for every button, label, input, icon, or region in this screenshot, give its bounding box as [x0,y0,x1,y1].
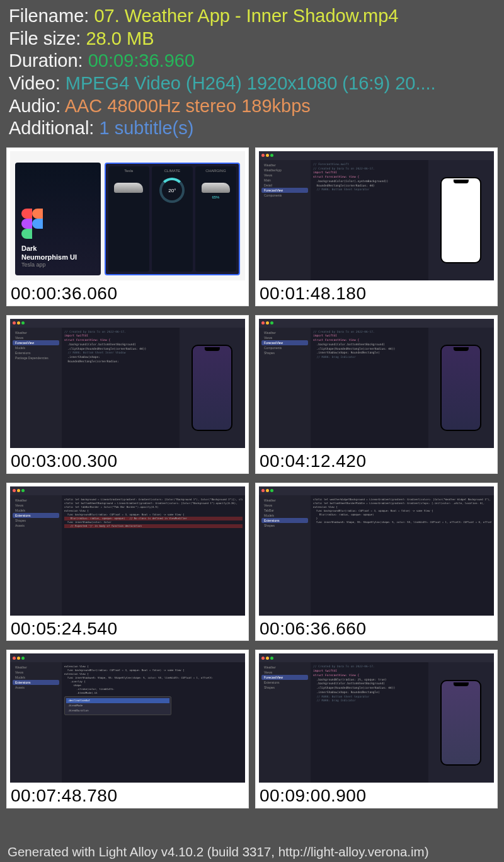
code-line: .innerShadow(shape: RoundedRectangle( [313,351,426,355]
maximize-icon [21,657,25,660]
xcode-toolbar [10,486,245,495]
thumbnail-xcode: Weather Views ForecastView Models Extens… [10,319,245,448]
sidebar-item: WeatherApp [261,168,308,173]
xcode-toolbar [259,319,494,328]
xcode-navigator: Weather Views Models Extensions Assets [10,662,62,783]
code-import: import SwiftUI [313,669,337,672]
thumbnail-timestamp: 00:04:12.420 [256,451,497,473]
sidebar-item: Weather [13,498,59,503]
sidebar-item: Views [261,335,308,340]
sidebar-item-selected: ForecastView [261,340,308,345]
xcode-navigator: Weather Views ForecastView Extensions Sh… [259,662,311,783]
thumbnail-cell: Dark Neumorphism UI Tesla app Tesla CLIM… [6,147,249,306]
minimize-icon [17,321,20,325]
code-line: .blendMode(.bl [64,691,243,695]
maximize-icon [270,489,273,492]
xcode-toolbar [259,486,494,495]
charging-label: CHARGING [198,169,234,173]
xcode-toolbar [259,653,494,662]
xcode-toolbar [259,151,494,160]
thumbnail-xcode: Weather Views ForecastView Components Sh… [259,319,494,448]
xcode-editor: // ForecastView.swift // Created by Dara… [311,160,428,280]
thumbnail-frame: Weather Views ForecastView Components Sh… [256,316,497,451]
phone-preview [440,680,481,766]
sidebar-item: Extensions [261,680,308,685]
xcode-navigator: Weather Views TabBar Models Extensions S… [259,495,311,616]
sidebar-item: Main [261,178,308,183]
code-line: RoundedRectangle(cornerRadius: [64,360,177,364]
code-line: // Created by Dara To on 2022-06-17. [313,167,426,171]
code-line: .clipShape(RoundedRectangle(cornerRadius… [313,347,426,352]
code-line: // MARK: Bottom Sheet Separator [313,188,426,192]
thumbnail-xcode: Weather Views Models Extensions Assets e… [10,653,245,783]
minimize-icon [266,657,269,660]
sidebar-item: Shapes [13,518,59,523]
xcode-toolbar [10,319,245,328]
filename-value: 07. Weather App - Inner Shadow.mp4 [94,6,398,26]
thumbnail-timestamp: 00:07:48.780 [7,786,248,808]
duration-label: Duration: [9,50,88,71]
sidebar-item: Package Dependencies [13,355,59,360]
code-line: static let weatherWidgetBackground = Lin… [313,498,491,502]
code-line: // MARK: Drag Indicator [313,699,426,703]
generator-footer: Generated with Light Alloy v4.10.2 (buil… [8,844,429,859]
autocomplete-item: .destinationOut [66,698,169,703]
thumbnail-xcode: Weather WeatherApp Views Main Detail For… [259,151,494,280]
code-line: static let background = LinearGradient(g… [64,498,243,502]
xcode-editor: // Created by Dara To on 2022-06-17. imp… [311,328,428,448]
autocomplete-item: .blendDuration [66,708,169,713]
code-import: import SwiftUI [313,334,337,337]
additional-value: 1 subtitle(s) [100,118,194,138]
sidebar-item: Weather [261,330,308,335]
autocomplete-popup: .destinationOut .blendMode .blendDuratio… [64,696,171,715]
sidebar-item: Weather [13,330,59,335]
code-struct: struct ForecastView: View { [313,175,359,178]
sidebar-item: Shapes [261,350,308,355]
maximize-icon [270,321,273,325]
figma-title-line1: Dark [21,244,94,253]
xcode-preview-panel [428,662,494,783]
thumbnail-cell: Weather Views ForecastView Extensions Sh… [255,650,498,808]
code-line: .background(Color.bottomSheetBackground) [313,682,426,686]
thumbnail-frame: Weather Views Models Extensions Assets e… [7,650,248,786]
code-error-line: // Expected '}' in body of function decl… [64,524,243,528]
sidebar-item: Views [13,335,59,340]
notch-icon [205,347,220,351]
code-line: .backgroundColor(Color(.systemBackground… [313,180,426,184]
code-line: .clipShape(RoundedRectangle(cornerRadius… [313,686,426,691]
video-row: Video: MPEG4 Video (H264) 1920x1080 (16:… [9,72,495,95]
code-line: .innerShadow(shape: [64,355,177,360]
minimize-icon [266,321,269,325]
media-info-header: Filename: 07. Weather App - Inner Shadow… [0,0,504,142]
notch-icon [454,682,469,686]
sidebar-item-selected: Extensions [261,518,308,523]
code-line: .clipShape(RoundedRectangle(cornerRadius… [64,347,177,352]
thumbnail-figma-design: Dark Neumorphism UI Tesla app Tesla CLIM… [10,151,245,280]
filesize-label: File size: [9,28,86,49]
figma-screen-car: Tesla [108,166,149,272]
xcode-navigator: Weather Views ForecastView Models Extens… [10,328,62,448]
figma-subtitle: Tesla app [21,261,94,269]
code-line: RoundedRectangle(cornerRadius: 44) [313,184,426,188]
figma-title-text: Dark Neumorphism UI Tesla app [21,244,94,269]
minimize-icon [266,154,269,157]
sidebar-item: Extensions [13,350,59,355]
notch-icon [454,180,469,183]
close-icon [261,154,265,157]
code-line: // MARK: Bottom Sheet Inner Shadow [64,351,177,355]
code-line: .background(Color.bottomSheetBackground) [64,343,177,347]
thumbnail-cell: Weather Views Models Extensions Shapes A… [6,483,249,641]
code-line: // MARK: Bottom Sheet Separator [313,695,426,699]
code-line: .innerShadow(shape: RoundedRectangle( [313,691,426,695]
code-line: static let bottomSheetBackground = Linea… [64,502,243,505]
thumbnail-xcode: Weather Views ForecastView Extensions Sh… [259,653,494,783]
code-line: .backgroundBlur(radius: 25, opaque: true… [313,678,426,682]
thumbnail-frame: Weather WeatherApp Views Main Detail For… [256,148,497,284]
xcode-preview-panel [428,328,494,448]
thumbnail-frame: Weather Views TabBar Models Extensions S… [256,483,497,619]
phone-preview [192,345,232,431]
minimize-icon [17,489,20,492]
code-line: // Created by Dara To on 2022-06-17. [313,330,426,335]
sidebar-item: Views [261,173,308,178]
sidebar-item-selected: ForecastView [261,188,308,193]
